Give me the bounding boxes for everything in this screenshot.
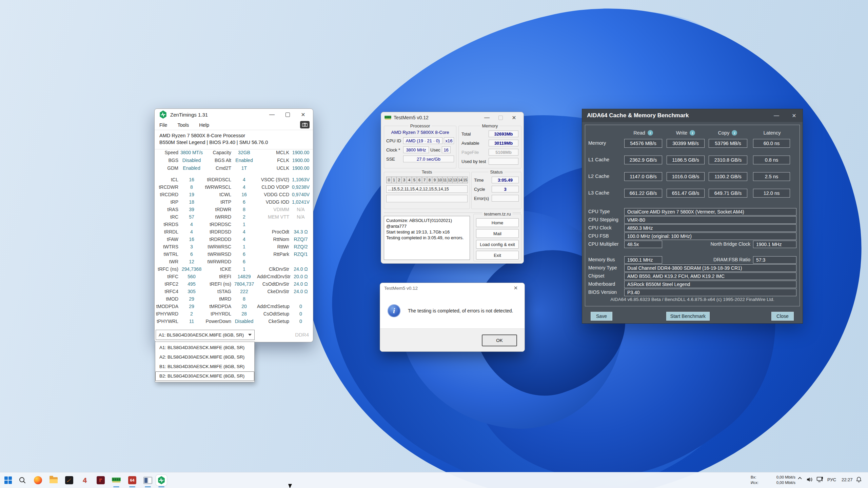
minimize-button[interactable]: — bbox=[773, 113, 780, 119]
close-button[interactable]: ✕ bbox=[507, 113, 521, 123]
tray-overflow-button[interactable] bbox=[797, 476, 802, 480]
bench-value: 12.0 ns bbox=[753, 189, 790, 198]
info-icon[interactable]: i bbox=[690, 130, 695, 136]
dimm-option[interactable]: A2: BLS8G4D30AESCK.M8FE (8GB, SR) bbox=[155, 352, 254, 362]
language-indicator[interactable]: РУС bbox=[827, 477, 836, 482]
column-header-latency: Latency bbox=[753, 130, 791, 136]
timing-value: 6 bbox=[178, 250, 205, 258]
taskbar: 4 64 Вх: 0,00 Mbit/s Исх: 0,00 Mbit/s bbox=[0, 472, 868, 488]
timing-value: 8 bbox=[231, 206, 257, 213]
info-icon[interactable]: i bbox=[648, 130, 653, 136]
test-0-button[interactable]: 0 bbox=[386, 177, 392, 183]
timing-label: CLDO VDDP bbox=[257, 183, 289, 191]
dimm-dropdown-list: A1: BLS8G4D30AESCK.M8FE (8GB, SR)A2: BLS… bbox=[155, 342, 255, 382]
timing-value: 4 bbox=[178, 221, 205, 228]
wing-app-button[interactable] bbox=[64, 475, 75, 486]
close-button[interactable]: ✕ bbox=[790, 113, 798, 119]
time-value: 3:05.49 bbox=[492, 177, 519, 183]
zentimings-titlebar[interactable]: ZenTimings 1.31 — ✕ bbox=[155, 109, 313, 120]
start-button[interactable] bbox=[3, 475, 14, 486]
maximize-button[interactable] bbox=[280, 109, 295, 120]
memory-row: Used by test bbox=[459, 158, 521, 165]
aida64-taskbar-button[interactable]: 64 bbox=[127, 475, 138, 486]
dimm-option[interactable]: A1: BLS8G4D30AESCK.M8FE (8GB, SR) bbox=[155, 343, 254, 352]
network-button[interactable] bbox=[816, 476, 824, 483]
timing-value: 0,9238V bbox=[289, 183, 312, 191]
minimize-button[interactable]: — bbox=[480, 113, 494, 123]
timing-value: 1T bbox=[231, 164, 257, 172]
dimm-option[interactable]: B1: BLS8G4D30AESCK.M8FE (8GB, SR) bbox=[155, 362, 254, 371]
menu-help[interactable]: Help bbox=[199, 122, 209, 128]
notifications-button[interactable] bbox=[856, 476, 862, 483]
test-14-button[interactable]: 14 bbox=[457, 177, 463, 183]
board-bios-smu: B550M Steel Legend | BIOS P3.40 | SMU 56… bbox=[159, 139, 313, 146]
test-5-button[interactable]: 5 bbox=[412, 177, 417, 183]
load-config-exit-button[interactable]: Load config & exit bbox=[476, 240, 519, 249]
search-icon bbox=[19, 476, 26, 484]
close-button[interactable]: ✕ bbox=[511, 285, 520, 291]
timing-label: ProcOdt bbox=[257, 228, 289, 236]
start-benchmark-button[interactable]: Start Benchmark bbox=[666, 312, 710, 321]
testmem5-icon bbox=[112, 477, 121, 483]
timing-value: RZQ/7 bbox=[289, 236, 312, 243]
sse-label: SSE bbox=[386, 157, 402, 162]
firefox-button[interactable] bbox=[33, 475, 43, 486]
test-13-button[interactable]: 13 bbox=[452, 177, 458, 183]
search-button[interactable] bbox=[17, 475, 28, 486]
exit-button[interactable]: Exit bbox=[476, 251, 519, 260]
test-6-button[interactable]: 6 bbox=[417, 177, 422, 183]
test-4-button[interactable]: 4 bbox=[407, 177, 412, 183]
info-row-label: CPU Clock bbox=[588, 225, 611, 230]
test-8-button[interactable]: 8 bbox=[427, 177, 432, 183]
file-explorer-button[interactable] bbox=[48, 475, 59, 486]
zentimings-menubar: File Tools Help bbox=[155, 120, 313, 130]
ok-button[interactable]: OK bbox=[482, 334, 517, 346]
timing-label: CsOdtSetup bbox=[257, 310, 289, 318]
minimize-button[interactable]: — bbox=[264, 109, 280, 120]
info-row-label: CPU FSB bbox=[588, 233, 609, 239]
testmem5-taskbar-button[interactable] bbox=[111, 475, 122, 486]
test-15-button[interactable]: 15 bbox=[462, 177, 468, 183]
number4-app-button[interactable]: 4 bbox=[79, 475, 90, 486]
timing-label: tWRWRDD bbox=[205, 258, 231, 265]
clock[interactable]: 22:27 bbox=[842, 477, 853, 482]
test-3-button[interactable]: 3 bbox=[401, 177, 407, 183]
test-9-button[interactable]: 9 bbox=[432, 177, 437, 183]
timing-value: 1,0241V bbox=[289, 198, 312, 206]
save-button[interactable]: Save bbox=[591, 312, 612, 321]
close-button[interactable]: ✕ bbox=[295, 109, 311, 120]
zentimings-taskbar-button[interactable] bbox=[156, 475, 167, 486]
test-2-button[interactable]: 2 bbox=[396, 177, 402, 183]
timing-label: tRP bbox=[155, 198, 178, 206]
testmem5-titlebar[interactable]: TestMem5 v0.12 — ✕ bbox=[381, 112, 524, 123]
mail-button[interactable]: Mail bbox=[476, 229, 519, 238]
dialog-titlebar[interactable]: TestMem5 v0.12 ✕ bbox=[380, 283, 525, 293]
test-11-button[interactable]: 11 bbox=[442, 177, 448, 183]
system-info: AMD Ryzen 7 5800X 8-Core Processor B550M… bbox=[155, 130, 313, 149]
info-icon[interactable]: i bbox=[732, 130, 737, 136]
menu-tools[interactable]: Tools bbox=[177, 122, 189, 128]
window-app-button[interactable] bbox=[142, 475, 153, 486]
testmem5-window: TestMem5 v0.12 — ✕ Processor AMD Ryzen 7… bbox=[381, 112, 524, 264]
bench-value: 30399 MB/s bbox=[667, 139, 705, 148]
screenshot-button[interactable] bbox=[300, 121, 310, 128]
dimm-select[interactable]: A1: BLS8G4D30AESCK.M8FE (8GB, SR) bbox=[156, 330, 255, 340]
test-12-button[interactable]: 12 bbox=[447, 177, 453, 183]
test-10-button[interactable]: 10 bbox=[437, 177, 442, 183]
info-row-value: 1900.1 MHz bbox=[624, 256, 662, 264]
home-button[interactable]: Home bbox=[476, 218, 519, 227]
ram-icon bbox=[384, 116, 391, 120]
maroon-app-button[interactable] bbox=[95, 475, 106, 486]
bench-value: 651.47 GB/s bbox=[667, 189, 705, 198]
menu-file[interactable]: File bbox=[159, 122, 167, 128]
aida64-titlebar[interactable]: AIDA64 Cache & Memory Benchmark — ✕ bbox=[582, 109, 803, 122]
volume-button[interactable] bbox=[806, 476, 813, 483]
bench-value: 2.5 ns bbox=[753, 172, 790, 181]
timing-label: CkeDrvStr bbox=[257, 288, 289, 295]
dimm-option[interactable]: B2: BLS8G4D30AESCK.M8FE (8GB, SR) bbox=[155, 371, 254, 381]
close-benchmark-button[interactable]: Close bbox=[771, 312, 794, 321]
timing-label: tRC bbox=[155, 213, 178, 221]
timing-label: tRFC bbox=[155, 273, 178, 280]
test-1-button[interactable]: 1 bbox=[391, 177, 397, 183]
test-7-button[interactable]: 7 bbox=[422, 177, 427, 183]
